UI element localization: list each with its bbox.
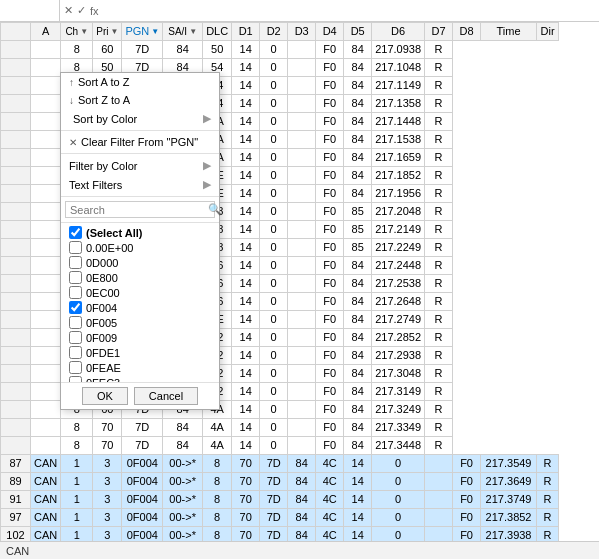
filter-search-input[interactable] [70,204,208,216]
sort-color-arrow: ▶ [203,112,211,125]
col-header-O[interactable]: Time [481,23,537,41]
cell-data [288,347,316,365]
col-header-M[interactable]: D7 [425,23,453,41]
filter-list: (Select All)0.00E+000D0000E8000EC000F004… [61,222,219,382]
cell-data: 0 [260,257,288,275]
filter-list-item[interactable]: 0.00E+00 [61,240,219,255]
filter-checkbox[interactable] [69,256,82,269]
col-header-C[interactable]: Pri▼ [93,23,122,41]
cell-data: 84 [163,419,203,437]
filter-list-item[interactable]: 0FEC3 [61,375,219,382]
row-number [1,113,31,131]
cell-data: F0 [453,455,481,473]
cell-data: 0 [260,185,288,203]
table-row-highlight: 89CAN130F00400->*8707D844C140F0217.3649R [1,473,559,491]
cell-data: 84 [344,185,372,203]
filter-checkbox[interactable] [69,346,82,359]
filter-list-item[interactable]: 0E800 [61,270,219,285]
filter-list-item[interactable]: 0F005 [61,315,219,330]
filter-checkbox[interactable] [69,241,82,254]
cell-data: F0 [316,149,344,167]
row-number [1,131,31,149]
col-header-J[interactable]: D4 [316,23,344,41]
filter-checkbox[interactable] [69,316,82,329]
cell-A [31,257,61,275]
cell-data: F0 [316,383,344,401]
filter-list-item[interactable]: 0EC00 [61,285,219,300]
filter-list-item[interactable]: 0F009 [61,330,219,345]
cell-data: 70 [232,473,260,491]
cell-data: 84 [163,41,203,59]
filter-list-item[interactable]: 0F004 [61,300,219,315]
fx-icon[interactable]: fx [90,5,99,17]
table-row: 8707D844A140F084217.3349R [1,419,559,437]
filter-search-box: 🔍 [65,201,215,218]
cell-data: R [537,491,559,509]
cancel-button[interactable]: Cancel [134,387,198,405]
filter-list-item[interactable]: 0D000 [61,255,219,270]
filter-by-color-item[interactable]: Filter by Color ▶ [61,156,219,175]
cell-data: 0 [372,473,425,491]
ok-button[interactable]: OK [82,387,128,405]
filter-checkbox[interactable] [69,376,82,382]
filter-list-item[interactable]: 0FEAE [61,360,219,375]
cancel-formula-icon[interactable]: ✕ [64,4,73,17]
col-header-L[interactable]: D6 [372,23,425,41]
cell-data: 70 [232,455,260,473]
col-header-P[interactable]: Dir [537,23,559,41]
cell-data: 217.3649 [481,473,537,491]
cell-data [288,419,316,437]
cell-data [288,203,316,221]
filter-checkbox[interactable] [69,226,82,239]
col-header-I[interactable]: D3 [288,23,316,41]
cell-data: 84 [344,329,372,347]
sort-by-color-item[interactable]: Sort by Color ▶ [61,109,219,128]
col-header-N[interactable]: D8 [453,23,481,41]
filter-checkbox[interactable] [69,271,82,284]
filter-checkbox[interactable] [69,361,82,374]
cell-data [288,239,316,257]
col-header-E[interactable]: SA/I▼ [163,23,203,41]
col-header-G[interactable]: D1 [232,23,260,41]
confirm-formula-icon[interactable]: ✓ [77,4,86,17]
cell-data: 14 [344,509,372,527]
clear-filter-item[interactable]: ✕ Clear Filter From "PGN" [61,133,219,151]
filter-checkbox[interactable] [69,331,82,344]
col-header-K[interactable]: D5 [344,23,372,41]
cell-data: 217.3048 [372,365,425,383]
sort-az-item[interactable]: ↑ Sort A to Z [61,73,219,91]
cell-data: R [425,347,453,365]
col-header-F[interactable]: DLC [203,23,232,41]
cell-data: R [425,365,453,383]
cell-data: 7D [122,437,163,455]
col-header-H[interactable]: D2 [260,23,288,41]
filter-by-color-label: Filter by Color [69,160,137,172]
filter-list-item[interactable]: (Select All) [61,225,219,240]
filter-item-label: 0EC00 [86,287,120,299]
row-number: 89 [1,473,31,491]
cell-data: R [425,77,453,95]
cell-data: 0 [260,131,288,149]
filter-item-label: 0F004 [86,302,117,314]
filter-list-item[interactable]: 0FDE1 [61,345,219,360]
col-header-A[interactable]: A [31,23,61,41]
cell-ref-input[interactable]: S1704 [0,0,60,21]
cell-data: 0 [260,401,288,419]
formula-input[interactable] [103,0,599,21]
cell-data: 8 [203,455,232,473]
sort-za-item[interactable]: ↓ Sort Z to A [61,91,219,109]
col-header-B[interactable]: Ch▼ [61,23,93,41]
cell-data [288,401,316,419]
cell-data: 4C [316,455,344,473]
cell-data: 0 [260,275,288,293]
text-filters-item[interactable]: Text Filters ▶ [61,175,219,194]
cell-data: 84 [344,95,372,113]
filter-checkbox[interactable] [69,301,82,314]
col-header-D[interactable]: PGN▼ [122,23,163,41]
cell-data: 70 [93,419,122,437]
filter-item-label: 0E800 [86,272,118,284]
filter-checkbox[interactable] [69,286,82,299]
cell-data: F0 [316,131,344,149]
cell-data: 217.2048 [372,203,425,221]
row-number [1,239,31,257]
